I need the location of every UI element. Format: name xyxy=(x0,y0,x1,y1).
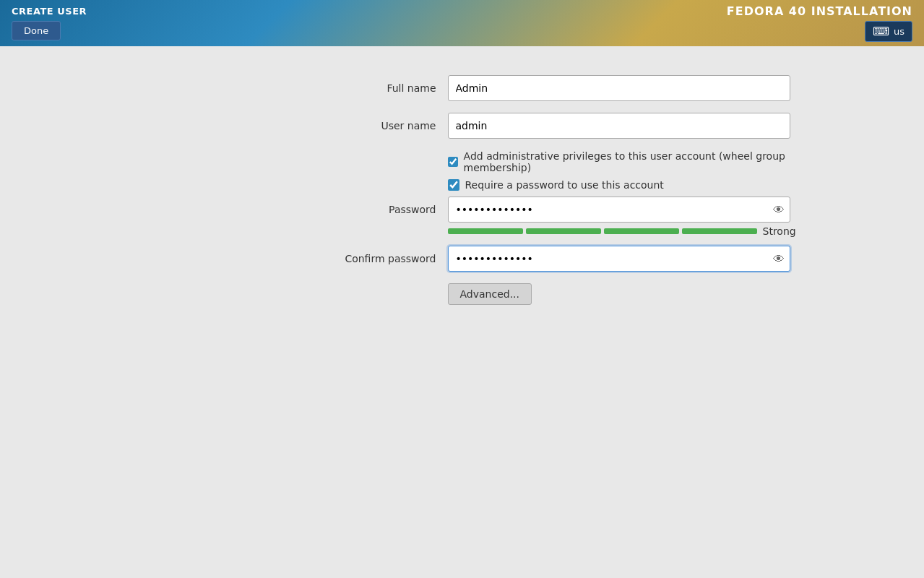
fedora-title: FEDORA 40 INSTALLATION xyxy=(727,4,912,18)
require-password-checkbox[interactable] xyxy=(448,179,459,191)
header: CREATE USER Done FEDORA 40 INSTALLATION … xyxy=(0,0,924,46)
keyboard-icon: ⌨ xyxy=(873,25,889,38)
user-name-row: User name xyxy=(116,113,809,139)
done-button[interactable]: Done xyxy=(12,21,61,40)
form-container: Full name User name Add administrative p… xyxy=(116,75,809,305)
header-right: FEDORA 40 INSTALLATION ⌨ us xyxy=(727,4,912,42)
keyboard-indicator[interactable]: ⌨ us xyxy=(865,21,912,42)
advanced-row: Advanced... xyxy=(448,283,809,305)
user-name-label: User name xyxy=(116,120,448,131)
user-name-input[interactable] xyxy=(448,113,790,139)
strength-bar-2 xyxy=(526,228,601,234)
main-content: Full name User name Add administrative p… xyxy=(0,46,924,334)
password-row: Password 👁 xyxy=(116,197,809,223)
full-name-input[interactable] xyxy=(448,75,790,101)
confirm-password-label: Confirm password xyxy=(116,253,448,264)
admin-privileges-label: Add administrative privileges to this us… xyxy=(464,150,809,173)
confirm-password-input[interactable] xyxy=(448,246,790,272)
admin-checkbox-row: Add administrative privileges to this us… xyxy=(448,150,809,173)
strength-row: Strong xyxy=(448,225,809,237)
show-password-icon[interactable]: 👁 xyxy=(773,203,785,217)
show-confirm-password-icon[interactable]: 👁 xyxy=(773,252,785,266)
strength-label: Strong xyxy=(763,225,796,237)
full-name-field xyxy=(448,75,809,101)
strength-bar-1 xyxy=(448,228,523,234)
strength-bar-4 xyxy=(682,228,757,234)
confirm-password-wrapper: 👁 xyxy=(448,246,790,272)
keyboard-layout: us xyxy=(894,26,904,37)
full-name-row: Full name xyxy=(116,75,809,101)
header-left: CREATE USER Done xyxy=(12,6,87,40)
strength-bar-3 xyxy=(604,228,679,234)
password-field: 👁 xyxy=(448,197,809,223)
admin-privileges-checkbox[interactable] xyxy=(448,156,458,168)
full-name-label: Full name xyxy=(116,82,448,94)
confirm-password-field: 👁 xyxy=(448,246,809,272)
password-wrapper: 👁 xyxy=(448,197,790,223)
password-required-checkbox-row: Require a password to use this account xyxy=(448,179,809,191)
page-title: CREATE USER xyxy=(12,6,87,17)
user-name-field xyxy=(448,113,809,139)
password-label: Password xyxy=(116,204,448,215)
strength-bars xyxy=(448,228,757,234)
advanced-button[interactable]: Advanced... xyxy=(448,283,532,305)
require-password-label: Require a password to use this account xyxy=(465,179,664,191)
password-input[interactable] xyxy=(448,197,790,223)
confirm-password-row: Confirm password 👁 xyxy=(116,246,809,272)
